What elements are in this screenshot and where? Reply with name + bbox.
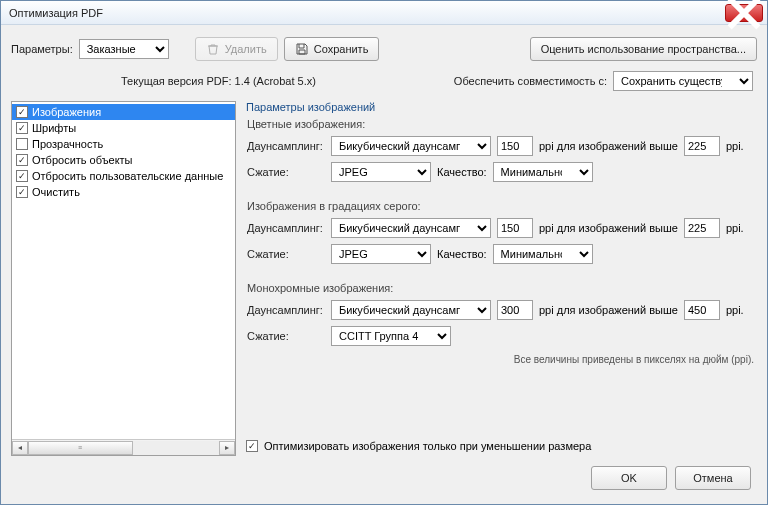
- gray-images-section: Изображения в градациях серого: Даунсамп…: [247, 200, 754, 264]
- cancel-button[interactable]: Отмена: [675, 466, 751, 490]
- mono-compress-select[interactable]: CCITT Группа 4: [331, 326, 451, 346]
- optimize-only-reduce-label: Оптимизировать изображения только при ум…: [264, 440, 591, 452]
- window-title: Оптимизация PDF: [5, 7, 725, 19]
- panel-title: Параметры изображений: [244, 101, 757, 117]
- color-quality-select[interactable]: Минимальное: [493, 162, 593, 182]
- color-header: Цветные изображения:: [247, 118, 754, 130]
- category-checkbox[interactable]: ✓: [16, 170, 28, 182]
- mono-header: Монохромные изображения:: [247, 282, 754, 294]
- delete-button: Удалить: [195, 37, 278, 61]
- save-button[interactable]: Сохранить: [284, 37, 380, 61]
- scroll-track[interactable]: ≡: [28, 441, 219, 455]
- mono-ppi2-input[interactable]: [684, 300, 720, 320]
- optimize-only-reduce-checkbox[interactable]: ✓: [246, 440, 258, 452]
- settings-panel: Параметры изображений Цветные изображени…: [244, 101, 757, 456]
- audit-space-button[interactable]: Оценить использование пространства...: [530, 37, 757, 61]
- gray-compress-label: Сжатие:: [247, 248, 325, 260]
- color-quality-label: Качество:: [437, 166, 487, 178]
- category-item[interactable]: Прозрачность: [12, 136, 235, 152]
- category-label: Изображения: [32, 106, 101, 118]
- category-item[interactable]: ✓Отбросить объекты: [12, 152, 235, 168]
- content: Параметры: Заказные Удалить Сохранить Оц…: [1, 25, 767, 504]
- gray-ppi2-input[interactable]: [684, 218, 720, 238]
- dialog-footer: OK Отмена: [11, 456, 757, 498]
- color-ppi1-input[interactable]: [497, 136, 533, 156]
- gray-ppi-suffix: ppi.: [726, 222, 744, 234]
- color-ppi2-input[interactable]: [684, 136, 720, 156]
- gray-quality-label: Качество:: [437, 248, 487, 260]
- trash-icon: [206, 42, 220, 56]
- horizontal-scrollbar[interactable]: ◂ ≡ ▸: [12, 439, 235, 455]
- category-label: Прозрачность: [32, 138, 103, 150]
- save-icon: [295, 42, 309, 56]
- mono-ppi-suffix: ppi.: [726, 304, 744, 316]
- mono-downsample-select[interactable]: Бикубический даунсамплинг: [331, 300, 491, 320]
- top-toolbar: Параметры: Заказные Удалить Сохранить Оц…: [11, 31, 757, 65]
- category-checkbox[interactable]: [16, 138, 28, 150]
- category-checkbox[interactable]: ✓: [16, 154, 28, 166]
- category-label: Отбросить объекты: [32, 154, 133, 166]
- category-list: ✓Изображения✓ШрифтыПрозрачность✓Отбросит…: [11, 101, 236, 456]
- category-label: Очистить: [32, 186, 80, 198]
- gray-downsample-label: Даунсамплинг:: [247, 222, 325, 234]
- mono-compress-label: Сжатие:: [247, 330, 325, 342]
- category-label: Шрифты: [32, 122, 76, 134]
- gray-downsample-select[interactable]: Бикубический даунсамплинг: [331, 218, 491, 238]
- gray-quality-select[interactable]: Минимальное: [493, 244, 593, 264]
- category-checkbox[interactable]: ✓: [16, 122, 28, 134]
- category-checkbox[interactable]: ✓: [16, 186, 28, 198]
- gray-ppi-for-label: ppi для изображений выше: [539, 222, 678, 234]
- compat-select[interactable]: Сохранить существующ: [613, 71, 753, 91]
- category-item[interactable]: ✓Очистить: [12, 184, 235, 200]
- category-label: Отбросить пользовательские данные: [32, 170, 223, 182]
- mono-ppi1-input[interactable]: [497, 300, 533, 320]
- main-area: ✓Изображения✓ШрифтыПрозрачность✓Отбросит…: [11, 101, 757, 456]
- scroll-right-arrow[interactable]: ▸: [219, 441, 235, 455]
- current-version-text: Текущая версия PDF: 1.4 (Acrobat 5.x): [11, 75, 454, 87]
- category-checkbox[interactable]: ✓: [16, 106, 28, 118]
- gray-ppi1-input[interactable]: [497, 218, 533, 238]
- mono-images-section: Монохромные изображения: Даунсамплинг: Б…: [247, 282, 754, 365]
- ppi-footnote: Все величины приведены в пикселях на дюй…: [247, 352, 754, 365]
- scroll-left-arrow[interactable]: ◂: [12, 441, 28, 455]
- color-compress-label: Сжатие:: [247, 166, 325, 178]
- category-item[interactable]: ✓Шрифты: [12, 120, 235, 136]
- color-ppi-suffix: ppi.: [726, 140, 744, 152]
- color-images-section: Цветные изображения: Даунсамплинг: Бикуб…: [247, 118, 754, 182]
- category-item[interactable]: ✓Изображения: [12, 104, 235, 120]
- category-item[interactable]: ✓Отбросить пользовательские данные: [12, 168, 235, 184]
- pdf-optimizer-dialog: Оптимизация PDF Параметры: Заказные Удал…: [0, 0, 768, 505]
- color-compress-select[interactable]: JPEG: [331, 162, 431, 182]
- gray-header: Изображения в градациях серого:: [247, 200, 754, 212]
- ok-button[interactable]: OK: [591, 466, 667, 490]
- version-row: Текущая версия PDF: 1.4 (Acrobat 5.x) Об…: [11, 65, 757, 101]
- params-label: Параметры:: [11, 43, 73, 55]
- optimize-only-reduce-row: ✓ Оптимизировать изображения только при …: [244, 432, 757, 456]
- color-ppi-for-label: ppi для изображений выше: [539, 140, 678, 152]
- mono-ppi-for-label: ppi для изображений выше: [539, 304, 678, 316]
- close-button[interactable]: [725, 4, 763, 22]
- color-downsample-select[interactable]: Бикубический даунсамплинг: [331, 136, 491, 156]
- mono-downsample-label: Даунсамплинг:: [247, 304, 325, 316]
- gray-compress-select[interactable]: JPEG: [331, 244, 431, 264]
- params-select[interactable]: Заказные: [79, 39, 169, 59]
- compat-label: Обеспечить совместимость с:: [454, 75, 607, 87]
- scroll-thumb[interactable]: ≡: [28, 441, 133, 455]
- titlebar: Оптимизация PDF: [1, 1, 767, 25]
- color-downsample-label: Даунсамплинг:: [247, 140, 325, 152]
